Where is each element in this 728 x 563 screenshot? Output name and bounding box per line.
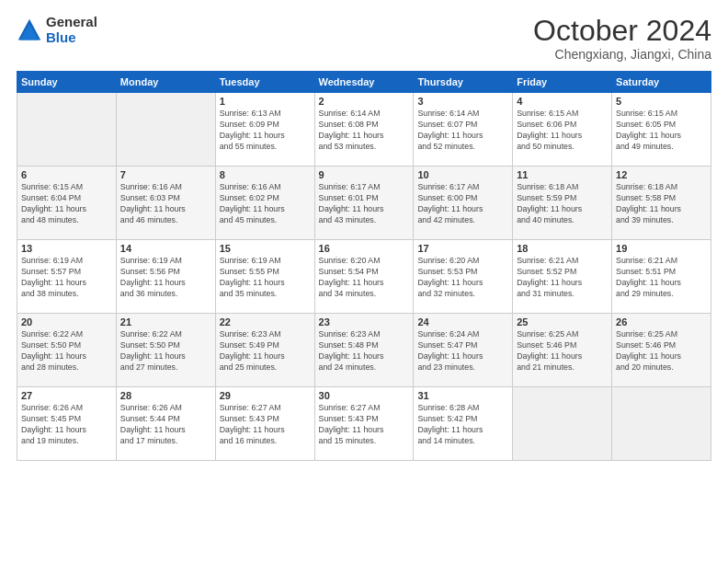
calendar-cell: 25Sunrise: 6:25 AMSunset: 5:46 PMDayligh… xyxy=(513,314,612,387)
col-header-sunday: Sunday xyxy=(17,72,117,93)
day-number: 27 xyxy=(21,390,112,401)
day-number: 24 xyxy=(417,316,508,327)
day-number: 5 xyxy=(616,96,707,107)
location: Chengxiang, Jiangxi, China xyxy=(533,47,711,62)
calendar-cell: 13Sunrise: 6:19 AMSunset: 5:57 PMDayligh… xyxy=(17,240,117,314)
day-info: Sunrise: 6:22 AMSunset: 5:50 PMDaylight:… xyxy=(120,329,211,373)
day-number: 19 xyxy=(616,243,707,254)
day-info: Sunrise: 6:21 AMSunset: 5:51 PMDaylight:… xyxy=(616,256,707,300)
logo-blue-text: Blue xyxy=(46,30,97,46)
calendar-cell: 17Sunrise: 6:20 AMSunset: 5:53 PMDayligh… xyxy=(414,240,513,314)
calendar-table: SundayMondayTuesdayWednesdayThursdayFrid… xyxy=(17,71,711,461)
calendar-cell: 4Sunrise: 6:15 AMSunset: 6:06 PMDaylight… xyxy=(513,93,612,167)
calendar-cell xyxy=(513,387,612,461)
day-number: 2 xyxy=(319,96,410,107)
day-info: Sunrise: 6:17 AMSunset: 6:00 PMDaylight:… xyxy=(417,182,508,226)
logo-text: General Blue xyxy=(46,15,97,45)
calendar-cell xyxy=(612,387,711,461)
calendar-cell: 15Sunrise: 6:19 AMSunset: 5:55 PMDayligh… xyxy=(215,240,314,314)
calendar-cell xyxy=(17,93,117,167)
calendar-cell: 8Sunrise: 6:16 AMSunset: 6:02 PMDaylight… xyxy=(215,167,314,240)
calendar-week-1: 1Sunrise: 6:13 AMSunset: 6:09 PMDaylight… xyxy=(17,93,711,167)
day-number: 8 xyxy=(220,169,311,180)
calendar-cell: 10Sunrise: 6:17 AMSunset: 6:00 PMDayligh… xyxy=(414,167,513,240)
calendar-cell: 19Sunrise: 6:21 AMSunset: 5:51 PMDayligh… xyxy=(612,240,711,314)
day-number: 12 xyxy=(616,169,707,180)
day-info: Sunrise: 6:27 AMSunset: 5:43 PMDaylight:… xyxy=(319,403,410,447)
day-info: Sunrise: 6:19 AMSunset: 5:55 PMDaylight:… xyxy=(220,256,311,300)
page: General Blue October 2024 Chengxiang, Ji… xyxy=(0,0,728,563)
day-info: Sunrise: 6:19 AMSunset: 5:57 PMDaylight:… xyxy=(21,256,112,300)
day-number: 11 xyxy=(517,169,608,180)
day-info: Sunrise: 6:15 AMSunset: 6:06 PMDaylight:… xyxy=(517,109,608,153)
calendar-cell: 2Sunrise: 6:14 AMSunset: 6:08 PMDaylight… xyxy=(314,93,414,167)
day-info: Sunrise: 6:21 AMSunset: 5:52 PMDaylight:… xyxy=(517,256,608,300)
calendar-cell xyxy=(116,93,215,167)
col-header-friday: Friday xyxy=(513,72,612,93)
day-info: Sunrise: 6:16 AMSunset: 6:03 PMDaylight:… xyxy=(120,182,211,226)
day-info: Sunrise: 6:15 AMSunset: 6:05 PMDaylight:… xyxy=(616,109,707,153)
calendar-cell: 27Sunrise: 6:26 AMSunset: 5:45 PMDayligh… xyxy=(17,387,117,461)
calendar-header-row: SundayMondayTuesdayWednesdayThursdayFrid… xyxy=(17,72,711,93)
col-header-tuesday: Tuesday xyxy=(215,72,314,93)
calendar-cell: 26Sunrise: 6:25 AMSunset: 5:46 PMDayligh… xyxy=(612,314,711,387)
day-number: 14 xyxy=(120,243,211,254)
day-info: Sunrise: 6:14 AMSunset: 6:08 PMDaylight:… xyxy=(319,109,410,153)
calendar-cell: 31Sunrise: 6:28 AMSunset: 5:42 PMDayligh… xyxy=(414,387,513,461)
calendar-week-2: 6Sunrise: 6:15 AMSunset: 6:04 PMDaylight… xyxy=(17,167,711,240)
calendar-cell: 9Sunrise: 6:17 AMSunset: 6:01 PMDaylight… xyxy=(314,167,414,240)
calendar-cell: 22Sunrise: 6:23 AMSunset: 5:49 PMDayligh… xyxy=(215,314,314,387)
calendar-cell: 24Sunrise: 6:24 AMSunset: 5:47 PMDayligh… xyxy=(414,314,513,387)
day-number: 31 xyxy=(417,390,508,401)
day-info: Sunrise: 6:19 AMSunset: 5:56 PMDaylight:… xyxy=(120,256,211,300)
calendar-cell: 3Sunrise: 6:14 AMSunset: 6:07 PMDaylight… xyxy=(414,93,513,167)
day-info: Sunrise: 6:17 AMSunset: 6:01 PMDaylight:… xyxy=(319,182,410,226)
day-info: Sunrise: 6:15 AMSunset: 6:04 PMDaylight:… xyxy=(21,182,112,226)
day-number: 10 xyxy=(417,169,508,180)
calendar-cell: 16Sunrise: 6:20 AMSunset: 5:54 PMDayligh… xyxy=(314,240,414,314)
calendar-cell: 29Sunrise: 6:27 AMSunset: 5:43 PMDayligh… xyxy=(215,387,314,461)
day-number: 16 xyxy=(319,243,410,254)
day-number: 4 xyxy=(517,96,608,107)
day-info: Sunrise: 6:20 AMSunset: 5:53 PMDaylight:… xyxy=(417,256,508,300)
calendar-cell: 11Sunrise: 6:18 AMSunset: 5:59 PMDayligh… xyxy=(513,167,612,240)
calendar-cell: 20Sunrise: 6:22 AMSunset: 5:50 PMDayligh… xyxy=(17,314,117,387)
day-info: Sunrise: 6:20 AMSunset: 5:54 PMDaylight:… xyxy=(319,256,410,300)
day-number: 15 xyxy=(220,243,311,254)
day-info: Sunrise: 6:13 AMSunset: 6:09 PMDaylight:… xyxy=(220,109,311,153)
day-number: 13 xyxy=(21,243,112,254)
calendar-cell: 12Sunrise: 6:18 AMSunset: 5:58 PMDayligh… xyxy=(612,167,711,240)
calendar-cell: 7Sunrise: 6:16 AMSunset: 6:03 PMDaylight… xyxy=(116,167,215,240)
day-number: 25 xyxy=(517,316,608,327)
col-header-monday: Monday xyxy=(116,72,215,93)
day-info: Sunrise: 6:25 AMSunset: 5:46 PMDaylight:… xyxy=(616,329,707,373)
calendar-cell: 30Sunrise: 6:27 AMSunset: 5:43 PMDayligh… xyxy=(314,387,414,461)
day-info: Sunrise: 6:26 AMSunset: 5:45 PMDaylight:… xyxy=(21,403,112,447)
day-info: Sunrise: 6:18 AMSunset: 5:59 PMDaylight:… xyxy=(517,182,608,226)
day-info: Sunrise: 6:23 AMSunset: 5:48 PMDaylight:… xyxy=(319,329,410,373)
day-info: Sunrise: 6:16 AMSunset: 6:02 PMDaylight:… xyxy=(220,182,311,226)
day-number: 17 xyxy=(417,243,508,254)
month-title: October 2024 xyxy=(533,15,711,47)
calendar-cell: 18Sunrise: 6:21 AMSunset: 5:52 PMDayligh… xyxy=(513,240,612,314)
col-header-wednesday: Wednesday xyxy=(314,72,414,93)
calendar-cell: 14Sunrise: 6:19 AMSunset: 5:56 PMDayligh… xyxy=(116,240,215,314)
calendar-week-3: 13Sunrise: 6:19 AMSunset: 5:57 PMDayligh… xyxy=(17,240,711,314)
day-number: 29 xyxy=(220,390,311,401)
day-number: 1 xyxy=(220,96,311,107)
header: General Blue October 2024 Chengxiang, Ji… xyxy=(17,15,711,62)
logo-icon xyxy=(17,17,42,43)
calendar-cell: 6Sunrise: 6:15 AMSunset: 6:04 PMDaylight… xyxy=(17,167,117,240)
day-number: 21 xyxy=(120,316,211,327)
day-info: Sunrise: 6:18 AMSunset: 5:58 PMDaylight:… xyxy=(616,182,707,226)
calendar-week-4: 20Sunrise: 6:22 AMSunset: 5:50 PMDayligh… xyxy=(17,314,711,387)
calendar-cell: 21Sunrise: 6:22 AMSunset: 5:50 PMDayligh… xyxy=(116,314,215,387)
day-number: 18 xyxy=(517,243,608,254)
col-header-thursday: Thursday xyxy=(414,72,513,93)
day-number: 3 xyxy=(417,96,508,107)
day-number: 26 xyxy=(616,316,707,327)
day-info: Sunrise: 6:25 AMSunset: 5:46 PMDaylight:… xyxy=(517,329,608,373)
day-number: 23 xyxy=(319,316,410,327)
day-number: 28 xyxy=(120,390,211,401)
logo-general-text: General xyxy=(46,15,97,30)
